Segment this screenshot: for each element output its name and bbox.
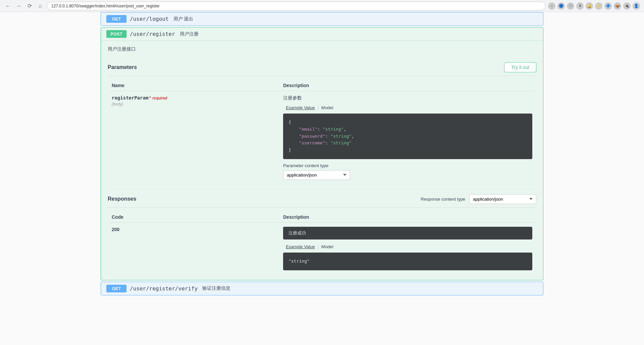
response-example-value-tab[interactable]: Example Value	[283, 243, 317, 251]
try-it-out-button[interactable]: Try it out	[504, 62, 536, 72]
responses-table: Code Description 200 注册成功	[108, 212, 536, 275]
response-example-code-block: "string"	[283, 253, 532, 270]
parameters-table: Name Description registerParam*required	[108, 80, 536, 184]
top-get-summary: 用户 退出	[173, 16, 194, 22]
top-get-endpoint[interactable]: GET /user/logout 用户 退出	[101, 12, 543, 26]
bottom-get-method-badge: GET	[106, 285, 126, 292]
post-summary: 用户注册	[180, 31, 199, 37]
model-tab[interactable]: Model	[319, 104, 336, 112]
required-star: *	[149, 95, 151, 100]
browser-chrome: ← → ⟳ ⌂ 127.0.0.1:8070/swagger/index.htm…	[0, 0, 644, 12]
top-get-method-badge: GET	[106, 15, 126, 23]
ext-icon-8[interactable]: 🔌	[623, 2, 631, 10]
param-name-text: registerParam	[112, 95, 149, 100]
forward-button[interactable]: →	[15, 2, 23, 10]
post-path: /user/register	[130, 31, 175, 37]
post-section: POST /user/register 用户注册 用户注册接口 Paramete…	[101, 27, 543, 280]
responses-title: Responses	[108, 196, 136, 202]
response-desc-200: 注册成功	[283, 227, 532, 239]
responses-col-description-header: Description	[279, 212, 536, 223]
url-bar[interactable]: 127.0.0.1:8070/swagger/index.html#/user/…	[47, 2, 545, 10]
table-row: registerParam*required (body) 注册参数 Examp…	[108, 91, 536, 184]
post-section-header[interactable]: POST /user/register 用户注册	[101, 27, 543, 41]
col-description-header: Description	[279, 80, 536, 91]
example-value-tabs: Example Value | Model	[283, 104, 532, 112]
param-content-type-select[interactable]: application/json	[283, 170, 350, 180]
star-icon[interactable]: ☆	[548, 2, 555, 10]
response-description-cell: 注册成功 Example Value | Model "string"	[279, 222, 536, 274]
ext-icon-4[interactable]: 🔔	[586, 2, 593, 10]
required-label: required	[152, 96, 167, 100]
response-row-200: 200 注册成功 Example Value | Model "	[108, 222, 536, 274]
top-get-path: /user/logout	[130, 16, 169, 22]
post-description: 用户注册接口	[108, 46, 536, 52]
parameters-title: Parameters	[108, 64, 137, 70]
param-location: (body)	[112, 102, 275, 107]
ext-icon-5[interactable]: ⚡	[595, 2, 602, 10]
user-avatar[interactable]: 👤	[633, 2, 640, 10]
parameters-header: Parameters Try it out	[108, 59, 536, 76]
response-code-cell: 200	[108, 222, 279, 274]
request-body-code-block: { "email": "string", "password": "string…	[283, 114, 532, 159]
url-text: 127.0.0.1:8070/swagger/index.html#/user/…	[51, 4, 160, 8]
ext-icon-7[interactable]: 📦	[614, 2, 621, 10]
response-content-type-label: Response content type	[421, 197, 465, 202]
back-button[interactable]: ←	[4, 2, 12, 10]
ext-icon-3[interactable]: ⬇	[576, 2, 584, 10]
response-example-tabs: Example Value | Model	[283, 243, 532, 251]
response-content-type-container: Response content type application/json	[421, 194, 536, 204]
responses-header: Responses Response content type applicat…	[108, 191, 536, 208]
param-name-cell: registerParam*required (body)	[108, 91, 279, 184]
post-method-badge: POST	[106, 30, 126, 38]
response-content-type-select[interactable]: application/json	[469, 194, 536, 204]
responses-section: Responses Response content type applicat…	[108, 191, 536, 275]
responses-col-code-header: Code	[108, 212, 279, 223]
col-name-header: Name	[108, 80, 279, 91]
home-button[interactable]: ⌂	[36, 2, 44, 10]
ext-icon-2[interactable]: 🛡	[567, 2, 574, 10]
param-desc-label: 注册参数	[283, 95, 532, 101]
page-content: GET /user/logout 用户 退出 POST /user/regist…	[0, 12, 644, 309]
param-description-cell: 注册参数 Example Value | Model { "email": "s…	[279, 91, 536, 184]
browser-toolbar-icons: ☆ 🔵 🛡 ⬇ 🔔 ⚡ 🔷 📦 🔌 👤	[548, 2, 640, 10]
ext-icon-6[interactable]: 🔷	[604, 2, 612, 10]
bottom-get-path: /user/register/verify	[130, 285, 198, 292]
ext-icon-1[interactable]: 🔵	[557, 2, 565, 10]
post-body: 用户注册接口 Parameters Try it out Name Descri…	[101, 41, 543, 280]
param-content-type-label: Parameter content type	[283, 163, 532, 168]
response-code-200: 200	[112, 227, 119, 232]
bottom-get-summary: 验证注册信息	[202, 285, 230, 291]
bottom-get-endpoint[interactable]: GET /user/register/verify 验证注册信息	[101, 282, 543, 295]
param-name-row: registerParam*required	[112, 95, 275, 100]
reload-button[interactable]: ⟳	[25, 2, 34, 10]
response-model-tab[interactable]: Model	[319, 243, 336, 251]
parameters-section: Parameters Try it out Name Description	[108, 59, 536, 184]
example-value-tab[interactable]: Example Value	[283, 104, 317, 112]
